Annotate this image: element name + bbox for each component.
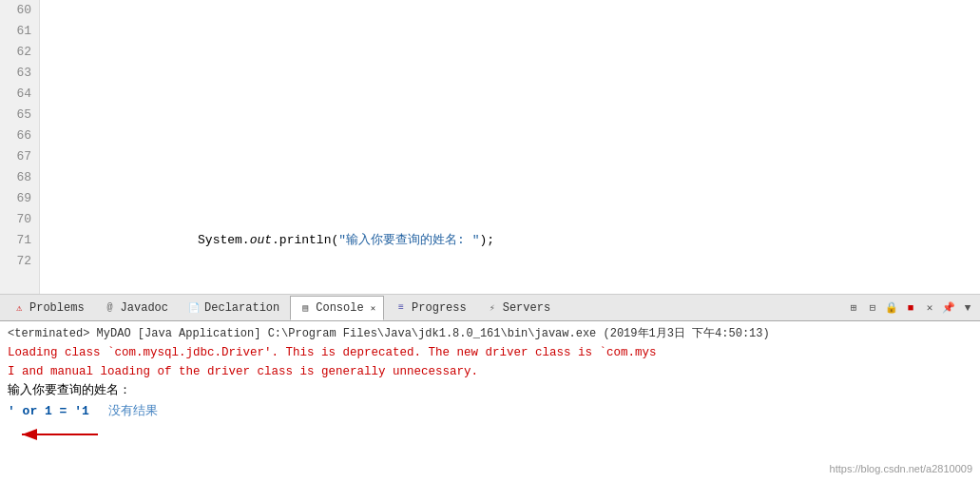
servers-icon: ⚡	[486, 301, 499, 315]
red-arrow-icon	[12, 423, 107, 447]
console-user-input: ' or 1 = '1	[8, 404, 89, 418]
tab-declaration[interactable]: 📄 Declaration	[179, 296, 288, 320]
console-toolbar: ⊞ ⊟ 🔒 ■ ✕ 📌 ▼	[845, 299, 976, 317]
tab-declaration-label: Declaration	[204, 301, 279, 315]
arrow-container	[8, 423, 972, 452]
code-line-60	[49, 63, 980, 84]
remove-terminated-icon[interactable]: ✕	[921, 299, 938, 317]
console-header: <terminated> MyDAO [Java Application] C:…	[8, 325, 972, 341]
tab-bar: ⚠ Problems @ Javadoc 📄 Declaration ▤ Con…	[0, 295, 980, 321]
new-console-icon[interactable]: ⊞	[845, 299, 862, 317]
tab-javadoc[interactable]: @ Javadoc	[95, 296, 177, 320]
console-annotation: 没有结果	[108, 402, 158, 419]
code-lines[interactable]: System.out.println("输入你要查询的姓名: "); Strin…	[40, 0, 980, 294]
tab-servers[interactable]: ⚡ Servers	[477, 296, 559, 320]
tab-console-label: Console	[316, 301, 363, 315]
scroll-lock-icon[interactable]: 🔒	[883, 299, 900, 317]
console-prompt: 输入你要查询的姓名：	[8, 381, 972, 400]
console-icon: ▤	[298, 301, 312, 315]
problems-icon: ⚠	[12, 301, 26, 315]
declaration-icon: 📄	[187, 301, 201, 315]
tab-problems-label: Problems	[29, 301, 85, 315]
tab-problems[interactable]: ⚠ Problems	[4, 296, 93, 320]
clear-console-icon[interactable]: ⊟	[864, 299, 881, 317]
watermark: https://blog.csdn.net/a2810009	[830, 463, 972, 474]
pin-console-icon[interactable]: 📌	[940, 299, 957, 317]
console-close-icon[interactable]: ✕	[371, 303, 375, 314]
tab-javadoc-label: Javadoc	[121, 301, 168, 315]
console-error-line-2: I and manual loading of the driver class…	[8, 362, 972, 381]
tab-progress-label: Progress	[412, 301, 467, 315]
console-content: <terminated> MyDAO [Java Application] C:…	[0, 321, 980, 482]
console-error-line-1: Loading class `com.mysql.jdbc.Driver'. T…	[8, 343, 972, 362]
code-horizontal-scrollbar[interactable]	[0, 294, 980, 295]
code-line-61	[49, 146, 980, 167]
javadoc-icon: @	[104, 301, 117, 315]
bottom-panel: ⚠ Problems @ Javadoc 📄 Declaration ▤ Con…	[0, 295, 980, 482]
tab-servers-label: Servers	[503, 301, 550, 315]
terminate-icon[interactable]: ■	[902, 299, 919, 317]
progress-icon: ≡	[394, 301, 408, 315]
tab-console[interactable]: ▤ Console ✕	[290, 296, 384, 320]
view-menu-icon[interactable]: ▼	[959, 299, 976, 317]
code-editor: 60 61 62 63 64 65 66 67 68 69 70 71 72 S…	[0, 0, 980, 295]
tab-progress[interactable]: ≡ Progress	[386, 296, 475, 320]
code-line-62: System.out.println("输入你要查询的姓名: ");	[49, 230, 980, 251]
line-numbers: 60 61 62 63 64 65 66 67 68 69 70 71 72	[0, 0, 40, 294]
